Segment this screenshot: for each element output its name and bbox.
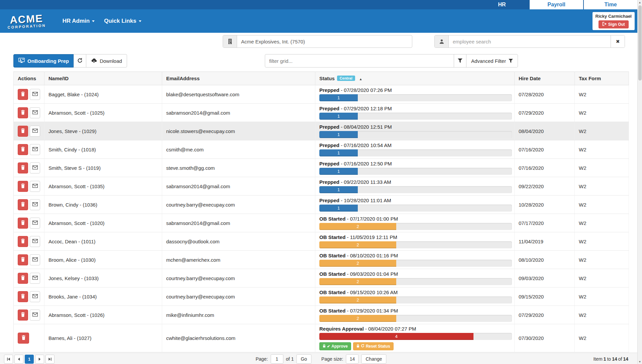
filter-button[interactable]: [454, 54, 466, 68]
status-cell: Prepped - 07/16/2020 12:50 PM1: [315, 159, 515, 177]
page-number-input[interactable]: [271, 354, 283, 364]
col-tax-form[interactable]: Tax Form: [575, 72, 629, 85]
company-select[interactable]: Acme Explosives, Int. (7570): [223, 35, 412, 48]
status-text: Prepped - 08/04/2020 12:51 PM: [319, 124, 510, 130]
status-text: Requires Approval - 08/04/2020 07:27 PM: [319, 326, 510, 332]
email-row-button[interactable]: [30, 218, 40, 229]
delete-row-button[interactable]: [18, 89, 28, 100]
scroll-up-icon[interactable]: ▲: [638, 0, 642, 5]
delete-row-button[interactable]: [18, 162, 28, 173]
name-id-cell: Barnes, Ali - (1027): [44, 324, 162, 352]
grid-toolbar: OnBoarding Prep Download Advanced Filter: [0, 54, 642, 68]
refresh-icon: [77, 58, 83, 64]
email-row-button[interactable]: [30, 162, 40, 173]
email-row-button[interactable]: [30, 254, 40, 265]
clear-search-button[interactable]: ✖: [611, 35, 625, 47]
refresh-button[interactable]: [74, 54, 86, 68]
actions-cell: [14, 324, 44, 352]
tab-payroll[interactable]: Payroll: [529, 0, 583, 9]
filter-grid-input[interactable]: [265, 54, 454, 68]
tab-time[interactable]: Time: [583, 0, 637, 9]
email-row-button[interactable]: [30, 310, 40, 321]
col-actions[interactable]: Actions: [14, 72, 44, 85]
hire-date-cell: 07/29/2020: [515, 306, 575, 324]
prev-page-button[interactable]: [14, 355, 23, 364]
email-row-button[interactable]: [30, 273, 40, 284]
trash-icon: [21, 335, 26, 341]
item-count-summary: Item1to14of14: [593, 356, 629, 362]
acme-logo[interactable]: ACME CORPORATION: [7, 13, 46, 29]
sign-out-label: Sign Out: [608, 22, 625, 27]
company-select-value[interactable]: Acme Explosives, Int. (7570): [237, 35, 412, 47]
go-button[interactable]: Go: [296, 354, 311, 364]
email-row-button[interactable]: [30, 126, 40, 137]
delete-row-button[interactable]: [18, 310, 28, 321]
actions-cell: [14, 214, 44, 232]
approve-button[interactable]: ✔Approve: [319, 342, 351, 350]
tab-hr[interactable]: HR: [475, 0, 529, 9]
onboarding-prep-button[interactable]: OnBoarding Prep: [13, 54, 74, 68]
page-size-input[interactable]: [346, 354, 358, 364]
page-1-button[interactable]: 1: [25, 355, 34, 364]
email-row-button[interactable]: [30, 236, 40, 247]
last-page-button[interactable]: [45, 355, 55, 364]
name-id-cell: Broom, Alice - (1030): [44, 251, 162, 269]
next-page-button[interactable]: [35, 355, 44, 364]
email-row-button[interactable]: [30, 107, 40, 118]
change-button[interactable]: Change: [361, 354, 386, 364]
hire-date-cell: 09/03/2020: [515, 269, 575, 287]
scroll-down-icon[interactable]: ▼: [638, 359, 642, 364]
delete-row-button[interactable]: [18, 126, 28, 137]
vertical-scrollbar[interactable]: ▲ ▼: [637, 0, 642, 364]
nav-hr-admin[interactable]: HR Admin: [63, 18, 95, 24]
cloud-download-icon: [91, 58, 97, 64]
nav-quick-links[interactable]: Quick Links: [104, 18, 141, 24]
name-id-cell: Brown, Cindy - (1036): [44, 196, 162, 214]
download-button[interactable]: Download: [86, 54, 127, 68]
email-row-button[interactable]: [30, 291, 40, 302]
delete-row-button[interactable]: [18, 144, 28, 155]
delete-row-button[interactable]: [18, 273, 28, 284]
monitor-user-icon: [18, 58, 25, 64]
delete-row-button[interactable]: [18, 254, 28, 265]
envelope-icon: [32, 313, 38, 318]
email-cell: mike@infiniumhr.com: [162, 306, 315, 324]
delete-row-button[interactable]: [18, 199, 28, 210]
delete-row-button[interactable]: [18, 181, 28, 192]
tax-form-cell: W2: [575, 269, 629, 287]
delete-row-button[interactable]: [18, 218, 28, 229]
name-id-cell: Jones, Steve - (1029): [44, 122, 162, 140]
first-page-button[interactable]: [4, 355, 13, 364]
progress-track: 1: [319, 94, 512, 101]
trash-icon: [21, 257, 25, 263]
col-hire-date[interactable]: Hire Date: [515, 72, 575, 85]
email-row-button[interactable]: [30, 199, 40, 210]
col-name-id[interactable]: Name/ID: [44, 72, 162, 85]
sort-ascending-icon: ▲: [359, 77, 362, 81]
hire-date-cell: 09/15/2020: [515, 287, 575, 306]
status-text: OB Started - 08/10/2020 01:16 PM: [319, 253, 510, 258]
delete-row-button[interactable]: [18, 291, 28, 302]
email-row-button[interactable]: [30, 144, 40, 155]
company-bar: Acme Explosives, Int. (7570) ✖: [0, 33, 642, 50]
delete-row-button[interactable]: [18, 333, 29, 344]
reset-status-button[interactable]: Reset Status: [353, 342, 394, 350]
delete-row-button[interactable]: [18, 107, 28, 118]
status-cell: OB Started - 08/10/2020 01:16 PM2: [315, 251, 515, 269]
scrollbar-thumb[interactable]: [638, 5, 642, 81]
status-text: Prepped - 07/29/2020 12:18 PM: [319, 106, 510, 111]
email-row-button[interactable]: [30, 181, 40, 192]
delete-row-button[interactable]: [18, 236, 28, 247]
progress-bar: 2: [319, 315, 396, 322]
col-status[interactable]: StatusCentral▲: [315, 72, 515, 85]
hire-date-cell: 08/10/2020: [515, 251, 575, 269]
col-email-address[interactable]: EmailAddress: [162, 72, 315, 85]
employee-search-input[interactable]: [449, 35, 611, 47]
email-cell: courtney.barry@execupay.com: [162, 196, 315, 214]
tax-form-cell: W2: [575, 306, 629, 324]
email-row-button[interactable]: [30, 89, 40, 100]
sign-out-button[interactable]: Sign Out: [599, 20, 629, 28]
envelope-icon: [32, 92, 38, 97]
envelope-icon: [32, 221, 38, 226]
advanced-filter-button[interactable]: Advanced Filter: [466, 54, 518, 68]
